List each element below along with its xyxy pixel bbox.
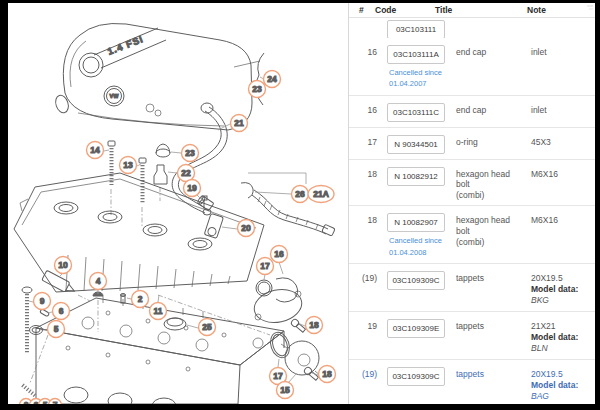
bolt-13-drawing bbox=[139, 158, 146, 227]
callout-2[interactable]: 2 bbox=[132, 291, 149, 308]
cancelled-label: Cancelled since bbox=[389, 67, 453, 78]
callout-number: 15 bbox=[280, 385, 290, 395]
callout-20[interactable]: 20 bbox=[238, 220, 255, 237]
callout-5[interactable]: 5 bbox=[48, 321, 65, 338]
callout-13[interactable]: 13 bbox=[120, 157, 137, 174]
row-number: 16 bbox=[349, 105, 383, 115]
part-code-button[interactable]: 03C103111C bbox=[387, 103, 445, 122]
callout-number: 5 bbox=[43, 400, 48, 404]
callout-14[interactable]: 14 bbox=[87, 142, 104, 159]
part-code-button[interactable]: 03C103111 bbox=[387, 20, 445, 38]
part-title-line1: tappets bbox=[456, 273, 525, 284]
part-code-button[interactable]: N 10082907 bbox=[387, 213, 445, 232]
code-cell: 03C109309C bbox=[383, 365, 453, 386]
part-code-button[interactable]: 03C109309C bbox=[387, 367, 445, 386]
part-note: M6X16 bbox=[525, 215, 595, 226]
callout-number: 10 bbox=[58, 260, 68, 270]
vw-emblem-icon: VW bbox=[110, 93, 120, 99]
cancelled-note[interactable]: Cancelled since01.04.2008 bbox=[387, 235, 453, 258]
callout-21A[interactable]: 21A bbox=[308, 186, 334, 203]
part-note: 20X19.5Model data: BAG bbox=[525, 369, 595, 402]
table-row[interactable]: 18N 10082907Cancelled since01.04.2008hex… bbox=[349, 205, 595, 263]
callout-number: 13 bbox=[123, 160, 133, 170]
part-note: inlet bbox=[525, 105, 595, 116]
table-row[interactable]: (19)03C109309Ctappets20X19.5Model data: … bbox=[349, 359, 595, 404]
model-data-line: Model data: BKG bbox=[531, 284, 595, 306]
corner-grip-icon bbox=[586, 4, 594, 12]
bolt-18b-drawing bbox=[303, 366, 319, 381]
table-row[interactable]: 1603C103111ACancelled since01.04.2007end… bbox=[349, 38, 595, 95]
callout-6[interactable]: 6 bbox=[53, 303, 70, 320]
part-title: tappets bbox=[453, 321, 525, 332]
row-number: 16 bbox=[349, 47, 383, 57]
callout-18[interactable]: 18 bbox=[306, 317, 323, 334]
callout-number: 18 bbox=[309, 320, 319, 330]
callout-number: 21 bbox=[234, 118, 244, 128]
row-number: 17 bbox=[349, 137, 383, 147]
part-code-button[interactable]: 03C103111A bbox=[387, 45, 445, 64]
part-title-line1: hexagon head bolt bbox=[456, 215, 525, 236]
callout-11[interactable]: 11 bbox=[150, 303, 167, 320]
callout-number: 23 bbox=[252, 84, 262, 94]
callout-4[interactable]: 4 bbox=[90, 273, 107, 290]
callout-23[interactable]: 23 bbox=[182, 145, 199, 162]
callout-23[interactable]: 23 bbox=[249, 81, 266, 98]
cancelled-label: Cancelled since bbox=[389, 235, 453, 246]
table-row[interactable]: (19)03C109309Ctappets20X19.5Model data: … bbox=[349, 263, 595, 311]
part-title-line1: hexagon head bolt bbox=[456, 169, 525, 190]
callout-7[interactable]: 7 bbox=[49, 399, 62, 405]
code-cell: N 10082907Cancelled since01.04.2008 bbox=[383, 211, 453, 258]
leader-lines bbox=[29, 77, 318, 383]
table-row[interactable]: 18N 10082912hexagon head bolt(combi)M6X1… bbox=[349, 159, 595, 206]
callout-25[interactable]: 25 bbox=[199, 319, 216, 336]
table-row[interactable]: 1903C109309Etappets21X21Model data: BLN bbox=[349, 311, 595, 359]
callout-24[interactable]: 24 bbox=[264, 71, 281, 88]
callout-17[interactable]: 17 bbox=[257, 258, 274, 275]
table-row[interactable]: 17N 90344501o-ring45X3 bbox=[349, 127, 595, 159]
part-title-line1: end cap bbox=[456, 105, 525, 116]
callout-number: 26 bbox=[295, 189, 305, 199]
table-row[interactable]: 1603C103111Cend capinlet bbox=[349, 95, 595, 127]
callout-number: 7 bbox=[53, 400, 58, 404]
callout-21[interactable]: 21 bbox=[231, 115, 248, 132]
note-size: 20X19.5 bbox=[531, 273, 595, 284]
callout-26[interactable]: 26 bbox=[292, 186, 309, 203]
callout-number: 2 bbox=[138, 294, 143, 304]
callout-19[interactable]: 19 bbox=[184, 180, 201, 197]
part-code-button[interactable]: 03C109309E bbox=[387, 319, 445, 338]
table-row-partial[interactable]: 03C103111 bbox=[349, 18, 595, 38]
cancelled-date: 01.04.2007 bbox=[389, 78, 453, 89]
model-data-value: BKG bbox=[531, 295, 549, 305]
callout-18[interactable]: 18 bbox=[319, 366, 336, 383]
part-title[interactable]: tappets bbox=[453, 369, 525, 380]
part-title-line1: end cap bbox=[456, 47, 525, 58]
row-number: (19) bbox=[349, 273, 383, 283]
callout-9[interactable]: 9 bbox=[34, 293, 51, 310]
code-cell: 03C109309E bbox=[383, 317, 453, 338]
callout-number: 2 bbox=[24, 400, 29, 404]
callout-10[interactable]: 10 bbox=[55, 257, 72, 274]
cancelled-date: 01.04.2008 bbox=[389, 247, 453, 258]
part-note: inlet bbox=[525, 47, 595, 58]
part-code-button[interactable]: N 10082912 bbox=[387, 167, 445, 186]
callout-15[interactable]: 15 bbox=[277, 382, 294, 399]
part-code-button[interactable]: 03C109309C bbox=[387, 271, 445, 290]
note-size: M6X16 bbox=[531, 215, 595, 226]
note-size: 45X3 bbox=[531, 137, 595, 148]
part-note: M6X16 bbox=[525, 169, 595, 180]
part-title: end cap bbox=[453, 47, 525, 58]
part-title: tappets bbox=[453, 273, 525, 284]
part-title-line2: (combi) bbox=[456, 237, 525, 248]
model-data-label: Model data: bbox=[531, 332, 578, 342]
table-header: #CodeTitleNote bbox=[349, 3, 595, 18]
callout-number: 21A bbox=[313, 189, 329, 199]
part-code-button[interactable]: N 90344501 bbox=[387, 135, 445, 154]
stud-bottom-left-drawing bbox=[23, 385, 37, 397]
code-cell: N 90344501 bbox=[383, 133, 453, 154]
cancelled-note[interactable]: Cancelled since01.04.2007 bbox=[387, 67, 453, 90]
part-title-line2: (combi) bbox=[456, 190, 525, 201]
callout-16[interactable]: 16 bbox=[271, 246, 288, 263]
parts-diagram: 1.4 FSI VW bbox=[8, 3, 348, 404]
callout-number: 22 bbox=[181, 168, 191, 178]
callout-number: 18 bbox=[322, 369, 332, 379]
